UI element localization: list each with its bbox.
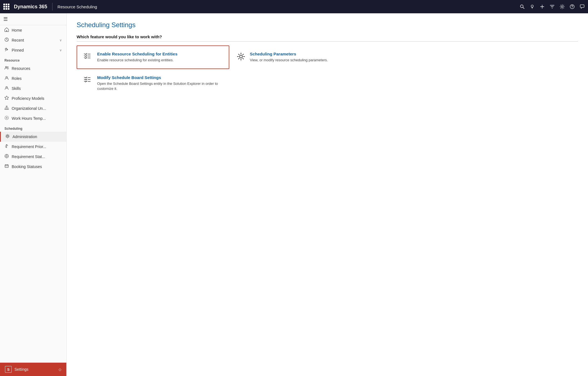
sidebar-item-roles[interactable]: Roles [0,73,66,83]
board-settings-icon [84,76,93,87]
svg-point-2 [531,5,533,7]
hamburger-icon[interactable]: ☰ [3,16,8,22]
enable-scheduling-icon [84,52,93,63]
chat-icon[interactable] [580,4,585,9]
enable-scheduling-desc: Enable resource scheduling for existing … [97,58,222,63]
recent-chevron: ∨ [59,38,62,42]
sidebar-settings-item[interactable]: S Settings ◇ [0,363,66,376]
svg-point-11 [7,67,8,68]
svg-line-1 [523,7,524,9]
svg-point-10 [6,67,7,68]
sidebar-item-pinned[interactable]: Pinned ∨ [0,45,66,55]
svg-rect-23 [5,165,8,167]
page-title: Scheduling Settings [77,21,578,29]
topbar: Dynamics 365 Resource Scheduling [0,0,588,13]
section-scheduling-label: Scheduling [0,123,66,132]
svg-point-30 [240,55,242,58]
sidebar-item-proficiency[interactable]: Proficiency Models [0,93,66,103]
search-icon[interactable] [520,4,525,9]
content-area: Scheduling Settings Which feature would … [67,13,588,376]
sidebar-item-resources[interactable]: Resources [0,63,66,73]
org-icon [4,106,9,111]
board-settings-desc: Open the Schedule Board Settings entity … [97,81,222,91]
pinned-chevron: ∨ [59,48,62,52]
help-icon[interactable] [570,4,575,9]
sidebar-item-administration[interactable]: Administration [0,132,66,142]
svg-rect-34 [88,77,91,78]
topbar-icons [520,4,585,9]
booking-icon [4,164,9,169]
svg-rect-16 [6,109,7,110]
svg-rect-8 [580,5,584,7]
svg-point-22 [6,156,7,157]
sidebar-item-home[interactable]: Home [0,25,66,35]
sidebar-item-req-status[interactable]: Requirement Stat... [0,152,66,162]
sidebar-item-workhours[interactable]: Work Hours Temp... [0,113,66,123]
app-name: Dynamics 365 [14,4,47,10]
settings-chevron: ◇ [59,367,61,372]
scheduling-params-title: Scheduling Parameters [250,52,375,56]
sidebar-bottom: S Settings ◇ [0,362,66,376]
sidebar-item-label-resources: Resources [12,66,62,71]
resources-icon [4,66,9,71]
svg-point-19 [6,117,7,118]
sidebar-item-label-home: Home [12,28,62,32]
module-name: Resource Scheduling [57,4,97,9]
sidebar-settings-label: Settings [14,367,29,372]
sidebar-top-menu: ☰ [0,13,66,25]
scheduling-params-body: Scheduling Parameters View, or modify re… [250,52,375,63]
svg-rect-35 [88,79,91,80]
sidebar-item-label-roles: Roles [12,76,62,81]
recent-icon [4,37,9,43]
section-resource-label: Resource [0,55,66,63]
sidebar-item-label-req-priority: Requirement Prior... [12,144,62,149]
filter-icon[interactable] [550,4,555,9]
roles-icon [4,76,9,81]
settings-avatar: S [5,366,12,373]
sidebar-item-label-org: Organizational Un... [12,106,62,111]
svg-rect-27 [88,54,91,54]
plus-icon[interactable] [540,4,545,9]
sidebar-item-req-priority[interactable]: Requirement Prior... [0,142,66,152]
board-settings-body: Modify Schedule Board Settings Open the … [97,75,222,91]
scheduling-params-desc: View, or modify resource scheduling para… [250,58,375,63]
section-question: Which feature would you like to work wit… [77,34,578,42]
feature-card-board-settings[interactable]: Modify Schedule Board Settings Open the … [77,69,229,97]
sidebar-item-label-skills: Skills [12,86,62,91]
administration-icon [5,134,10,139]
topbar-divider [52,3,52,11]
lightbulb-icon[interactable] [530,4,535,9]
sidebar-item-label-pinned: Pinned [12,48,57,52]
apps-grid-icon[interactable] [3,4,9,10]
svg-rect-17 [7,109,9,110]
sidebar-item-recent[interactable]: Recent ∨ [0,35,66,45]
svg-point-7 [572,7,572,8]
sidebar-item-label-booking: Booking Statuses [12,164,62,169]
sidebar-item-booking[interactable]: Booking Statuses [0,162,66,172]
workhours-icon [4,116,9,121]
sidebar-item-skills[interactable]: Skills [0,83,66,93]
svg-rect-36 [88,81,91,82]
skills-icon [4,86,9,91]
sidebar-item-org[interactable]: Organizational Un... [0,103,66,113]
svg-rect-28 [88,56,91,56]
svg-point-20 [7,135,8,137]
board-settings-title: Modify Schedule Board Settings [97,75,222,80]
svg-rect-29 [88,58,91,58]
settings-gear-icon[interactable] [560,4,565,9]
svg-point-18 [5,116,9,120]
svg-rect-15 [5,109,6,110]
sidebar-item-label-req-status: Requirement Stat... [12,154,62,159]
sidebar-item-label-administration: Administration [12,134,62,139]
feature-card-scheduling-params[interactable]: Scheduling Parameters View, or modify re… [229,45,382,69]
req-status-icon [4,154,9,159]
req-priority-icon [4,144,9,149]
enable-scheduling-title: Enable Resource Scheduling for Entities [97,52,222,56]
home-icon [4,27,9,33]
sidebar: ☰ Home Recent ∨ Pinned ∨ Resource [0,13,67,376]
feature-card-enable-scheduling[interactable]: Enable Resource Scheduling for Entities … [77,45,229,69]
sidebar-item-label-proficiency: Proficiency Models [12,96,62,101]
sidebar-item-label-workhours: Work Hours Temp... [12,116,62,121]
scheduling-params-icon [237,52,245,63]
proficiency-icon [4,96,9,101]
